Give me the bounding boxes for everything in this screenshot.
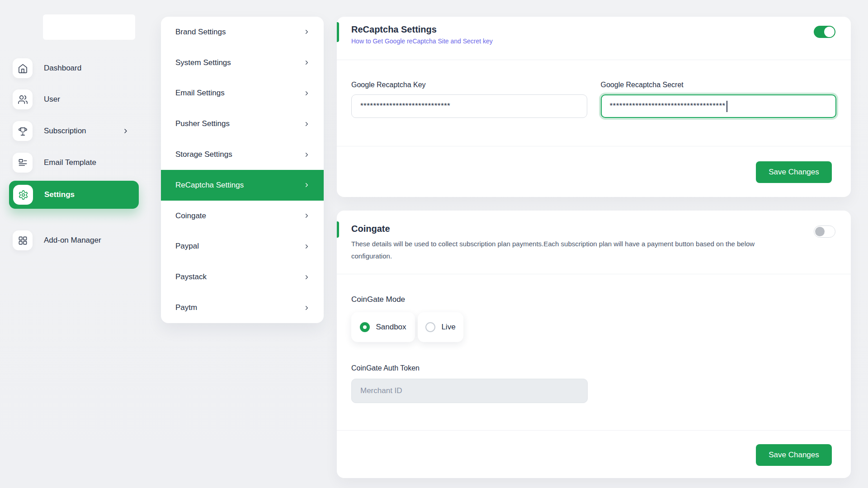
chevron-right-icon	[303, 59, 310, 66]
settings-submenu-panel: Brand Settings System Settings Email Set…	[161, 17, 324, 323]
sidebar-item-subscription[interactable]: Subscription	[13, 121, 129, 141]
app-logo[interactable]	[43, 14, 135, 40]
submenu-item-recaptcha-settings[interactable]: ReCaptcha Settings	[161, 170, 324, 201]
submenu-item-label: Pusher Settings	[175, 119, 230, 128]
submenu-item-label: Email Settings	[175, 89, 225, 98]
recaptcha-key-input[interactable]	[351, 94, 587, 118]
text-cursor	[726, 101, 727, 112]
recaptcha-key-label: Google Recaptcha Key	[351, 81, 587, 89]
recaptcha-card-title: ReCaptcha Settings	[351, 24, 807, 35]
coingate-card-body: CoinGate Mode Sandbox Live CoinGate Auth…	[337, 274, 851, 403]
sidebar-item-label: Email Template	[44, 158, 96, 167]
coingate-auth-token-input[interactable]	[351, 379, 588, 403]
submenu-item-label: Storage Settings	[175, 150, 232, 159]
submenu-item-paypal[interactable]: Paypal	[161, 231, 324, 262]
coingate-card: Coingate These details will be used to c…	[337, 211, 851, 478]
submenu-item-label: Paytm	[175, 303, 197, 312]
sidebar-item-label: Settings	[44, 190, 75, 199]
recaptcha-key-field-group: Google Recaptcha Key	[351, 81, 587, 118]
recaptcha-secret-input[interactable]: ************************************	[601, 94, 837, 118]
submenu-item-paystack[interactable]: Paystack	[161, 262, 324, 292]
coingate-auth-token-label: CoinGate Auth Token	[351, 364, 836, 372]
submenu-item-label: ReCaptcha Settings	[175, 181, 244, 190]
accent-bar	[337, 221, 339, 238]
coingate-card-header: Coingate These details will be used to c…	[337, 211, 851, 274]
coingate-card-title: Coingate	[351, 224, 807, 234]
sidebar-item-label: Add-on Manager	[44, 236, 101, 245]
mode-option-live[interactable]: Live	[418, 312, 463, 342]
chevron-right-icon	[303, 212, 310, 219]
submenu-item-coingate[interactable]: Coingate	[161, 201, 324, 231]
recaptcha-secret-masked-value: ************************************	[610, 102, 726, 111]
submenu-item-label: System Settings	[175, 58, 231, 67]
coingate-save-button[interactable]: Save Changes	[756, 444, 832, 466]
sidebar-item-addon-manager[interactable]: Add-on Manager	[13, 230, 129, 250]
recaptcha-settings-card: ReCaptcha Settings How to Get Google reC…	[337, 17, 851, 197]
recaptcha-save-button[interactable]: Save Changes	[756, 161, 832, 183]
mode-option-label: Sandbox	[376, 323, 406, 332]
sidebar-item-user[interactable]: User	[13, 89, 129, 109]
coingate-mode-label: CoinGate Mode	[351, 295, 836, 304]
chevron-right-icon	[303, 243, 310, 250]
recaptcha-help-link[interactable]: How to Get Google reCaptcha Site and Sec…	[351, 38, 493, 45]
radio-unselected-icon	[425, 322, 435, 332]
submenu-item-pusher-settings[interactable]: Pusher Settings	[161, 108, 324, 139]
submenu-item-label: Coingate	[175, 211, 206, 221]
radio-selected-icon	[360, 322, 370, 332]
submenu-item-brand-settings[interactable]: Brand Settings	[161, 17, 324, 47]
sidebar-item-label: Dashboard	[44, 64, 81, 73]
submenu-item-label: Brand Settings	[175, 28, 226, 37]
trophy-icon	[13, 121, 33, 141]
chevron-right-icon	[303, 28, 310, 35]
chevron-right-icon	[122, 127, 129, 135]
chevron-right-icon	[303, 90, 310, 97]
recaptcha-card-footer: Save Changes	[337, 146, 851, 197]
grid-icon	[13, 230, 33, 250]
chevron-right-icon	[303, 121, 310, 127]
chevron-right-icon	[303, 151, 310, 158]
recaptcha-card-header: ReCaptcha Settings How to Get Google reC…	[337, 17, 851, 60]
sidebar-item-email-template[interactable]: Email Template	[13, 153, 129, 173]
mode-option-label: Live	[441, 323, 455, 332]
submenu-item-email-settings[interactable]: Email Settings	[161, 78, 324, 109]
accent-bar	[337, 22, 339, 42]
sidebar-item-label: User	[44, 95, 60, 104]
coingate-enabled-toggle[interactable]	[814, 225, 835, 238]
sidebar-item-settings[interactable]: Settings	[9, 181, 139, 209]
users-icon	[13, 89, 33, 109]
recaptcha-secret-field-group: Google Recaptcha Secret ****************…	[601, 81, 837, 118]
coingate-description: These details will be used to collect su…	[351, 238, 758, 262]
submenu-item-storage-settings[interactable]: Storage Settings	[161, 139, 324, 170]
submenu-item-system-settings[interactable]: System Settings	[161, 47, 324, 78]
coingate-mode-options: Sandbox Live	[351, 312, 836, 342]
home-icon	[13, 58, 33, 78]
submenu-item-label: Paystack	[175, 272, 207, 282]
recaptcha-secret-label: Google Recaptcha Secret	[601, 81, 837, 89]
chevron-right-icon	[303, 182, 310, 188]
submenu-item-label: Paypal	[175, 242, 199, 251]
sidebar-item-dashboard[interactable]: Dashboard	[13, 58, 129, 78]
chevron-right-icon	[303, 305, 310, 311]
mode-option-sandbox[interactable]: Sandbox	[351, 312, 415, 342]
coingate-card-footer: Save Changes	[337, 430, 851, 478]
layout-icon	[13, 153, 33, 173]
recaptcha-enabled-toggle[interactable]	[814, 26, 835, 38]
gear-icon	[13, 185, 33, 205]
chevron-right-icon	[303, 274, 310, 281]
sidebar-item-label: Subscription	[44, 127, 86, 136]
recaptcha-card-body: Google Recaptcha Key Google Recaptcha Se…	[337, 60, 851, 118]
settings-page: { "colors": { "primary_green": "#1aa053"…	[0, 0, 868, 488]
submenu-item-paytm[interactable]: Paytm	[161, 292, 324, 323]
